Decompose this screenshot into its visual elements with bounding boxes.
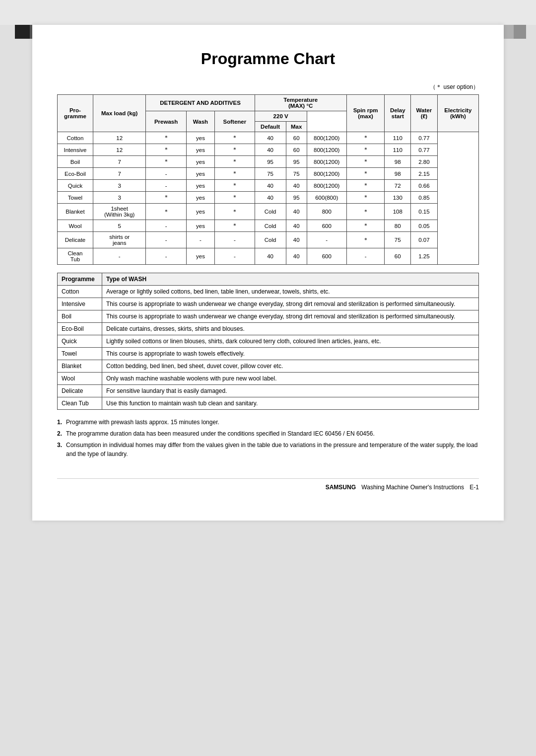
prog-data-cell: ＊ bbox=[146, 156, 186, 168]
prog-data-cell: 60 bbox=[286, 132, 307, 144]
table-row: Blanket1sheet(Within 3kg)＊yes＊Cold40800＊… bbox=[58, 204, 479, 220]
prog-data-cell: 800(1200) bbox=[307, 168, 346, 180]
prog-data-cell: - bbox=[186, 232, 214, 248]
prog-name-cell: Eco-Boil bbox=[58, 168, 93, 180]
wash-description: Average or lightly soiled cottons, bed l… bbox=[102, 286, 479, 298]
prog-data-cell: yes bbox=[186, 220, 214, 232]
prog-data-cell: 800(1200) bbox=[307, 144, 346, 156]
prog-data-cell: - bbox=[215, 232, 255, 248]
wash-programme-name: Delicate bbox=[58, 385, 102, 397]
wash-programme-name: Eco-Boil bbox=[58, 323, 102, 335]
wash-programme-name: Clean Tub bbox=[58, 397, 102, 410]
prog-data-cell: 75 bbox=[255, 168, 286, 180]
programme-chart-table: Pro-gramme Max load (kg) DETERGENT AND A… bbox=[57, 94, 479, 265]
wash-programme-name: Cotton bbox=[58, 286, 102, 298]
prog-data-cell: - bbox=[146, 180, 186, 192]
wash-col-type: Type of WASH bbox=[102, 273, 479, 286]
prog-data-cell: 2.80 bbox=[411, 156, 438, 168]
prog-data-cell: 600 bbox=[307, 248, 346, 265]
wash-type-row: CottonAverage or lightly soiled cottons,… bbox=[58, 286, 479, 298]
prog-data-cell: yes bbox=[186, 192, 214, 204]
table-row: Wool5-yes＊Cold40600＊800.05 bbox=[58, 220, 479, 232]
col-header-prewash: Prewash bbox=[146, 111, 186, 132]
wash-description: This course is appropriate to wash under… bbox=[102, 310, 479, 323]
prog-data-cell: yes bbox=[186, 144, 214, 156]
prog-data-cell: 60 bbox=[286, 144, 307, 156]
prog-data-cell: yes bbox=[186, 180, 214, 192]
prog-data-cell: - bbox=[146, 168, 186, 180]
col-header-programme: Pro-gramme bbox=[58, 95, 93, 132]
prog-data-cell: ＊ bbox=[215, 192, 255, 204]
prog-data-cell: - bbox=[93, 248, 146, 265]
footer: SAMSUNG Washing Machine Owner's Instruct… bbox=[57, 478, 479, 491]
wash-type-table: Programme Type of WASH CottonAverage or … bbox=[57, 273, 479, 410]
footer-brand: SAMSUNG bbox=[326, 484, 356, 491]
prog-data-cell: ＊ bbox=[346, 168, 385, 180]
prog-data-cell: 110 bbox=[385, 144, 411, 156]
prog-data-cell: 40 bbox=[286, 232, 307, 248]
prog-data-cell: 60 bbox=[385, 248, 411, 265]
prog-data-cell: 95 bbox=[286, 192, 307, 204]
note-item: 2. The programme duration data has been … bbox=[57, 429, 479, 438]
prog-data-cell: 40 bbox=[255, 192, 286, 204]
col-header-spin: Spin rpm(max) bbox=[346, 95, 385, 132]
prog-data-cell: yes bbox=[186, 132, 214, 144]
prog-data-cell: 40 bbox=[286, 220, 307, 232]
prog-data-cell: 98 bbox=[385, 168, 411, 180]
col-header-delay: Delaystart bbox=[385, 95, 411, 132]
prog-data-cell: 40 bbox=[286, 204, 307, 220]
prog-data-cell: 3 bbox=[93, 192, 146, 204]
prog-data-cell: 80 bbox=[385, 220, 411, 232]
prog-data-cell: ＊ bbox=[215, 156, 255, 168]
prog-data-cell: ＊ bbox=[146, 144, 186, 156]
wash-type-row: QuickLightly soiled cottons or linen blo… bbox=[58, 335, 479, 348]
wash-programme-name: Wool bbox=[58, 373, 102, 385]
prog-data-cell: - bbox=[146, 220, 186, 232]
prog-data-cell: 40 bbox=[255, 248, 286, 265]
prog-data-cell: ＊ bbox=[346, 204, 385, 220]
prog-data-cell: 0.07 bbox=[411, 232, 438, 248]
prog-data-cell: ＊ bbox=[346, 232, 385, 248]
prog-data-cell: ＊ bbox=[346, 132, 385, 144]
prog-data-cell: 800(1200) bbox=[307, 132, 346, 144]
prog-data-cell: 3 bbox=[93, 180, 146, 192]
prog-data-cell: 800 bbox=[307, 204, 346, 220]
prog-data-cell: 800(1200) bbox=[307, 180, 346, 192]
prog-name-cell: Quick bbox=[58, 180, 93, 192]
prog-data-cell: 2.15 bbox=[411, 168, 438, 180]
col-header-220v: 220 V bbox=[255, 111, 307, 122]
prog-data-cell: 600(800) bbox=[307, 192, 346, 204]
prog-data-cell: 12 bbox=[93, 144, 146, 156]
prog-data-cell: ＊ bbox=[146, 192, 186, 204]
prog-data-cell: ＊ bbox=[215, 144, 255, 156]
wash-description: Delicate curtains, dresses, skirts, shir… bbox=[102, 323, 479, 335]
prog-data-cell: Cold bbox=[255, 204, 286, 220]
prog-data-cell: yes bbox=[186, 248, 214, 265]
table-row: Towel3＊yes＊4095600(800)＊1300.85 bbox=[58, 192, 479, 204]
footer-doc-title: Washing Machine Owner's Instructions bbox=[361, 484, 464, 491]
wash-description: Lightly soiled cottons or linen blouses,… bbox=[102, 335, 479, 348]
notes-list: 1. Programme with prewash lasts approx. … bbox=[57, 418, 479, 458]
prog-data-cell: ＊ bbox=[346, 180, 385, 192]
prog-data-cell: 0.77 bbox=[411, 132, 438, 144]
prog-data-cell: Cold bbox=[255, 232, 286, 248]
col-header-default: Default bbox=[255, 122, 286, 132]
wash-type-row: WoolOnly wash machine washable woolens w… bbox=[58, 373, 479, 385]
wash-col-programme: Programme bbox=[58, 273, 102, 286]
wash-type-row: BoilThis course is appropriate to wash u… bbox=[58, 310, 479, 323]
col-header-softener: Softener bbox=[215, 111, 255, 132]
prog-data-cell: 1sheet(Within 3kg) bbox=[93, 204, 146, 220]
col-header-water: Water(ℓ) bbox=[411, 95, 438, 132]
user-option-note: （＊ user option） bbox=[57, 83, 479, 91]
prog-data-cell: 0.77 bbox=[411, 144, 438, 156]
prog-data-cell: ＊ bbox=[215, 132, 255, 144]
col-header-maxload: Max load (kg) bbox=[93, 95, 146, 132]
wash-programme-name: Boil bbox=[58, 310, 102, 323]
prog-data-cell: ＊ bbox=[215, 204, 255, 220]
wash-type-row: DelicateFor sensitive laundary that is e… bbox=[58, 385, 479, 397]
prog-data-cell: 1.25 bbox=[411, 248, 438, 265]
table-row: Delicateshirts orjeans---Cold40-＊750.07 bbox=[58, 232, 479, 248]
prog-data-cell: 95 bbox=[286, 156, 307, 168]
wash-type-row: Eco-BoilDelicate curtains, dresses, skir… bbox=[58, 323, 479, 335]
table-row: Quick3-yes＊4040800(1200)＊720.66 bbox=[58, 180, 479, 192]
